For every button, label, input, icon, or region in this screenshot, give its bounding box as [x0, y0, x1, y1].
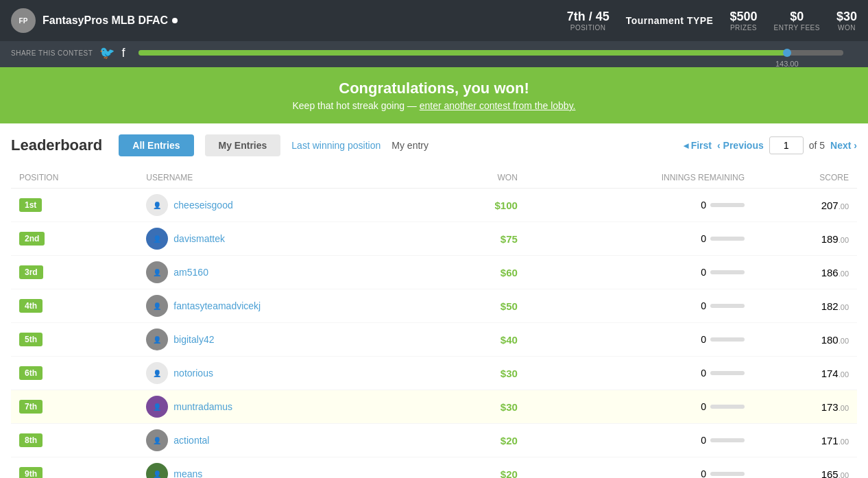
tournament-type-stat: Tournament TYPE	[626, 15, 714, 26]
last-winning-link[interactable]: Last winning position	[291, 140, 381, 151]
innings-bar	[710, 405, 745, 409]
rank-cell: 9th	[11, 457, 138, 479]
won-cell: $100	[436, 189, 526, 222]
rank-cell: 3rd	[11, 256, 138, 289]
congratulations-banner: Congratulations, you won! Keep that hot …	[0, 67, 868, 123]
won-amount: $40	[501, 334, 518, 346]
username-cell: 👤davismattek	[138, 222, 436, 256]
won-stat: $30 WON	[836, 10, 857, 32]
username-link[interactable]: bigitaly42	[173, 334, 214, 345]
username-link[interactable]: means	[173, 468, 202, 478]
avatar: 👤	[146, 228, 168, 250]
score-cell: 182.00	[753, 289, 857, 323]
username-link[interactable]: notorious	[173, 368, 213, 379]
won-cell: $20	[436, 457, 526, 479]
table-row: 2nd👤davismattek$750189.00	[11, 222, 857, 256]
avatar: 👤	[146, 261, 168, 283]
username-link[interactable]: cheeseisgood	[173, 200, 232, 211]
table-row: 9th👤means$200165.00	[11, 457, 857, 479]
table-row: 6th👤notorious$300174.00	[11, 357, 857, 390]
logo-area: FP FantasyPros MLB DFAC	[11, 8, 178, 33]
position-stat: 7th / 45 POSITION	[567, 10, 610, 32]
innings-bar	[710, 304, 745, 308]
won-amount: $30	[501, 368, 518, 379]
rank-badge: 3rd	[19, 265, 43, 279]
username-link[interactable]: muntradamus	[173, 401, 232, 412]
rank-badge: 8th	[19, 433, 43, 447]
banner-title: Congratulations, you won!	[12, 80, 856, 97]
banner-subtitle: Keep that hot streak going — enter anoth…	[12, 100, 856, 111]
leaderboard-header: Leaderboard All Entries My Entries Last …	[11, 134, 857, 156]
col-score: Score	[753, 167, 857, 189]
username-cell: 👤muntradamus	[138, 390, 436, 424]
header-dot	[172, 18, 178, 23]
table-row: 3rd👤am5160$600186.00	[11, 256, 857, 289]
table-row: 5th👤bigitaly42$400180.00	[11, 323, 857, 357]
innings-bar	[710, 203, 745, 207]
avatar: 👤	[146, 429, 168, 451]
innings-bar	[710, 270, 745, 274]
avatar: 👤	[146, 194, 168, 216]
username-link[interactable]: fantasyteamadvicekj	[173, 300, 261, 311]
header-stats: 7th / 45 POSITION Tournament TYPE $500 P…	[567, 10, 857, 32]
username-cell: 👤means	[138, 457, 436, 479]
innings-bar	[710, 237, 745, 241]
rank-badge: 1st	[19, 198, 42, 212]
previous-button[interactable]: ‹ Previous	[717, 140, 764, 151]
won-cell: $30	[436, 357, 526, 390]
col-won: Won	[436, 167, 526, 189]
share-area: SHARE THIS CONTEST 🐦 f	[11, 45, 125, 60]
facebook-icon[interactable]: f	[121, 46, 125, 60]
score-cell: 186.00	[753, 256, 857, 289]
rank-cell: 8th	[11, 424, 138, 457]
rank-cell: 6th	[11, 357, 138, 390]
innings-cell: 0	[526, 424, 753, 457]
won-amount: $75	[501, 233, 518, 245]
rank-cell: 4th	[11, 289, 138, 323]
progress-bar-section: SHARE THIS CONTEST 🐦 f 143.00	[0, 41, 868, 67]
rank-badge: 7th	[19, 400, 43, 414]
won-amount: $20	[501, 468, 518, 479]
all-entries-tab[interactable]: All Entries	[119, 134, 193, 156]
table-row: 1st👤cheeseisgood$1000207.00	[11, 189, 857, 222]
avatar: 👤	[146, 396, 168, 418]
won-amount: $60	[501, 267, 518, 278]
my-entries-tab[interactable]: My Entries	[205, 134, 281, 156]
score-cell: 189.00	[753, 222, 857, 256]
avatar: 👤	[146, 362, 168, 384]
rank-badge: 5th	[19, 333, 43, 346]
innings-bar	[710, 337, 745, 342]
col-position: Position	[11, 167, 138, 189]
won-amount: $30	[501, 401, 518, 413]
rank-badge: 4th	[19, 299, 43, 313]
avatar: 👤	[146, 463, 168, 478]
innings-cell: 0	[526, 189, 753, 222]
score-cell: 165.00	[753, 457, 857, 479]
page-input[interactable]	[769, 136, 804, 154]
username-link[interactable]: am5160	[173, 267, 208, 278]
next-button[interactable]: Next ›	[830, 140, 857, 151]
table-row: 4th👤fantasyteamadvicekj$500182.00	[11, 289, 857, 323]
username-link[interactable]: actiontal	[173, 435, 209, 446]
prizes-stat: $500 PRIZES	[730, 10, 757, 32]
score-cell: 171.00	[753, 424, 857, 457]
avatar: 👤	[146, 295, 168, 317]
progress-label: 143.00	[775, 60, 799, 68]
first-button[interactable]: ◂ First	[684, 140, 712, 151]
table-row: 8th👤actiontal$200171.00	[11, 424, 857, 457]
my-entry-link[interactable]: My entry	[391, 140, 429, 151]
won-amount: $20	[501, 435, 518, 446]
lobby-link[interactable]: enter another contest from the lobby.	[420, 100, 576, 111]
leaderboard-table: Position Username Won Innings Remaining …	[11, 167, 857, 478]
username-link[interactable]: davismattek	[173, 233, 225, 244]
won-amount: $50	[501, 300, 518, 312]
score-cell: 173.00	[753, 390, 857, 424]
innings-cell: 0	[526, 256, 753, 289]
won-cell: $40	[436, 323, 526, 357]
rank-badge: 2nd	[19, 232, 45, 246]
innings-cell: 0	[526, 457, 753, 479]
app-logo: FP	[11, 8, 36, 33]
score-cell: 207.00	[753, 189, 857, 222]
username-cell: 👤fantasyteamadvicekj	[138, 289, 436, 323]
twitter-icon[interactable]: 🐦	[99, 45, 114, 60]
